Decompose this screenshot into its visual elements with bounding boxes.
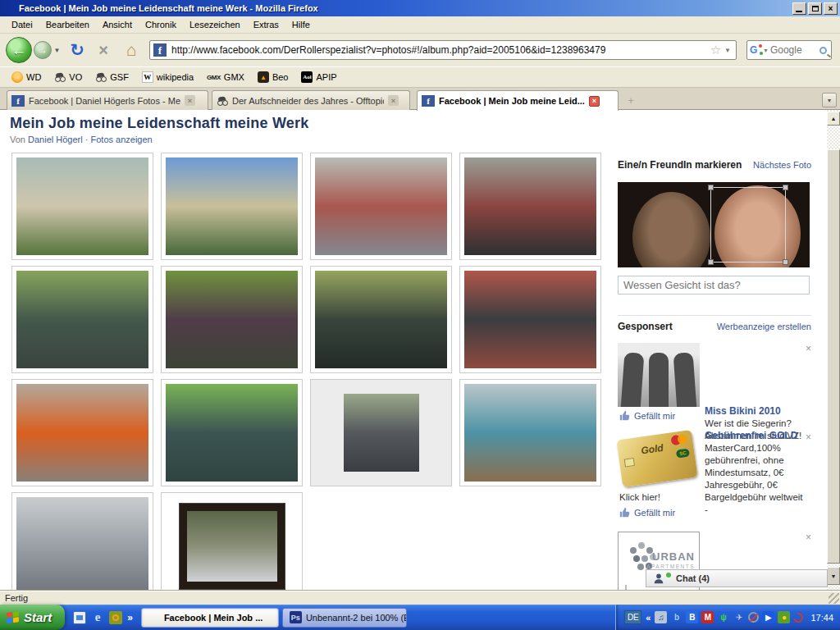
search-input[interactable] xyxy=(770,44,813,56)
tab-title: Facebook | Mein Job meine Leid... xyxy=(439,96,585,106)
close-button[interactable]: × xyxy=(824,2,838,15)
scrollbar-thumb[interactable] xyxy=(827,149,840,564)
scroll-up-button[interactable]: ▲ xyxy=(827,112,840,126)
bookmark-gmx[interactable]: GMXGMX xyxy=(202,70,249,84)
menu-hilfe[interactable]: Hilfe xyxy=(285,17,317,32)
media-app-icon[interactable] xyxy=(109,611,122,624)
photo-thumbnail[interactable] xyxy=(310,153,452,260)
bookmark-apip[interactable]: AolAPIP xyxy=(296,70,341,84)
restore-button[interactable] xyxy=(808,2,822,15)
blocked-icon[interactable] xyxy=(748,612,759,623)
photo-thumbnail[interactable] xyxy=(11,379,153,486)
photo-thumbnail[interactable] xyxy=(161,492,303,591)
url-input[interactable] xyxy=(171,44,709,56)
url-bar[interactable]: f ☆ ▼ xyxy=(149,40,737,60)
photo-thumbnail[interactable] xyxy=(161,153,303,260)
status-text: Fertig xyxy=(5,593,28,603)
like-row[interactable]: Gefällt mir xyxy=(619,507,675,518)
gold-card-ad-image[interactable]: Gold SC xyxy=(618,431,695,482)
menu-datei[interactable]: Datei xyxy=(5,17,39,32)
like-link[interactable]: Gefällt mir xyxy=(634,411,675,421)
photo-thumbnail[interactable] xyxy=(310,266,452,373)
task-button-firefox[interactable]: Facebook | Mein Job ... xyxy=(141,608,279,628)
tray-collapse-icon[interactable]: « xyxy=(646,613,651,623)
photo-thumbnail[interactable] xyxy=(161,266,303,373)
photo-thumbnail[interactable] xyxy=(459,379,601,486)
bluetooth-icon[interactable]: B xyxy=(686,611,698,623)
bookmark-star-icon[interactable]: ☆ xyxy=(710,43,721,57)
scroll-down-button[interactable]: ▼ xyxy=(827,567,840,585)
close-ad-icon[interactable]: × xyxy=(806,532,811,543)
ad-title-link[interactable]: Miss Bikini 2010 xyxy=(705,405,800,417)
language-indicator[interactable]: DE xyxy=(624,610,641,624)
new-tab-button[interactable]: + xyxy=(625,95,637,107)
tab-mein-job-active[interactable]: f Facebook | Mein Job meine Leid... × xyxy=(417,90,619,111)
miss-bikini-ad-image[interactable] xyxy=(618,343,700,407)
history-dropdown-icon[interactable]: ▼ xyxy=(52,46,62,55)
list-all-tabs-button[interactable]: ▼ xyxy=(822,93,837,107)
face-tag-selection-box[interactable] xyxy=(710,187,786,262)
remote-audio-icon[interactable]: ♫ xyxy=(655,611,667,623)
home-button[interactable]: ⌂ xyxy=(120,39,143,62)
reload-button[interactable]: ↻ xyxy=(66,39,89,62)
search-icon[interactable] xyxy=(819,47,827,54)
tag-photo[interactable] xyxy=(618,182,810,267)
tab-daniel-hoegerls-fotos[interactable]: f Facebook | Daniel Högerls Fotos - Mein… xyxy=(7,90,208,110)
search-engine-dropdown-icon[interactable]: ▼ xyxy=(763,48,769,53)
like-row[interactable]: Gefällt mir xyxy=(619,410,675,421)
view-photos-link[interactable]: Fotos anzeigen xyxy=(90,135,152,144)
show-desktop-icon[interactable] xyxy=(73,611,86,624)
quick-launch-expand-icon[interactable]: » xyxy=(127,612,133,623)
page-scrollbar[interactable]: ▲ ▼ xyxy=(827,110,840,591)
bookmark-gsf[interactable]: GSF xyxy=(90,70,134,84)
create-ad-link[interactable]: Werbeanzeige erstellen xyxy=(717,322,811,331)
tab-close-icon[interactable]: × xyxy=(388,95,399,106)
menu-ansicht[interactable]: Ansicht xyxy=(96,17,139,32)
start-button[interactable]: Start xyxy=(0,605,65,630)
menu-lesezeichen[interactable]: Lesezeichen xyxy=(183,17,247,32)
photo-thumbnail[interactable] xyxy=(459,266,601,373)
internet-explorer-icon[interactable]: e xyxy=(91,611,104,624)
tab-bar: f Facebook | Daniel Högerls Fotos - Mein… xyxy=(0,88,840,110)
rocket-icon[interactable]: ✈ xyxy=(733,611,745,623)
author-link[interactable]: Daniel Högerl xyxy=(28,135,83,144)
photo-thumbnail[interactable] xyxy=(11,492,153,591)
task-button-photoshop[interactable]: Ps Unbenannt-2 bei 100% (E... xyxy=(282,608,407,628)
stop-button[interactable]: × xyxy=(92,39,115,62)
photo-thumbnail[interactable] xyxy=(161,379,303,486)
url-dropdown-icon[interactable]: ▼ xyxy=(723,47,733,54)
tab-close-icon[interactable]: × xyxy=(589,96,600,107)
close-ad-icon[interactable]: × xyxy=(806,343,811,354)
bookmark-beo[interactable]: ▲Beo xyxy=(253,70,294,84)
like-link[interactable]: Gefällt mir xyxy=(634,508,675,518)
chat-bar[interactable]: Chat (4) xyxy=(646,569,828,587)
messenger-icon[interactable]: ● xyxy=(778,611,790,623)
next-photo-link[interactable]: Nächstes Foto xyxy=(753,160,811,170)
forward-button[interactable]: → xyxy=(34,41,52,59)
minimize-button[interactable] xyxy=(792,2,806,15)
right-sidebar: Eine/n FreundIn markieren Nächstes Foto … xyxy=(618,159,811,171)
bookmark-wd[interactable]: WD xyxy=(7,70,46,84)
tab-close-icon[interactable]: × xyxy=(185,95,195,106)
close-ad-icon[interactable]: × xyxy=(806,431,811,443)
resize-grip[interactable] xyxy=(829,593,839,604)
photo-thumbnail[interactable] xyxy=(310,379,452,486)
photo-thumbnail[interactable] xyxy=(459,153,601,260)
tag-name-input[interactable] xyxy=(618,276,810,294)
search-box[interactable]: G ▼ xyxy=(746,40,832,60)
bookmark-vo[interactable]: VO xyxy=(49,70,87,84)
wireless-icon[interactable]: ψ xyxy=(717,611,729,623)
back-button[interactable]: ← xyxy=(6,37,32,63)
menu-chronik[interactable]: Chronik xyxy=(139,17,183,32)
photo-thumbnail[interactable] xyxy=(11,153,153,260)
mcafee-icon[interactable]: M xyxy=(701,611,714,623)
menu-bearbeiten[interactable]: Bearbeiten xyxy=(39,17,96,32)
media-player-icon[interactable]: ▶ xyxy=(762,611,774,623)
photo-thumbnail[interactable] xyxy=(11,266,153,373)
download-manager-icon[interactable] xyxy=(792,610,806,624)
menu-extras[interactable]: Extras xyxy=(247,17,285,32)
bookmark-wikipedia[interactable]: Wwikipedia xyxy=(137,70,199,84)
tab-der-aufschneider[interactable]: Der Aufschneider des Jahres - Offtopic..… xyxy=(212,90,410,110)
bing-icon[interactable]: b xyxy=(670,611,682,623)
ad-title-link[interactable]: Gebührenfrei GOLD xyxy=(705,430,800,441)
